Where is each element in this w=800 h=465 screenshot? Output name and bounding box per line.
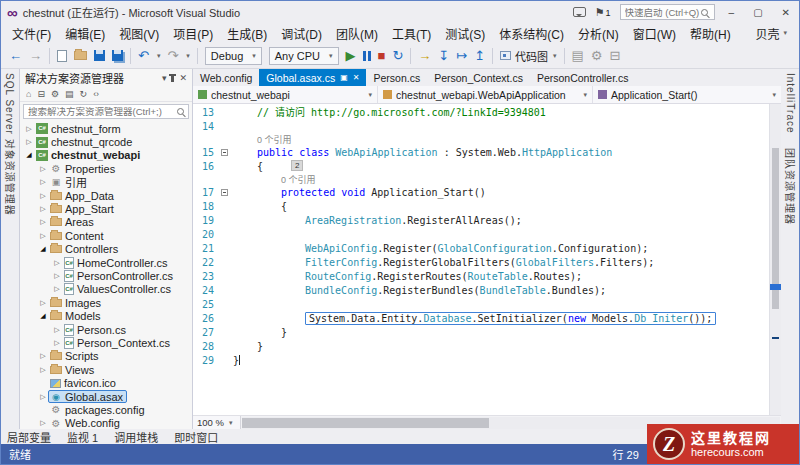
tree-item[interactable]: ▷⚙Properties (20, 162, 192, 175)
solution-config-select[interactable]: Debug▾ (205, 47, 262, 65)
expand-icon[interactable]: ▷ (52, 339, 62, 347)
code-editor[interactable]: 13// 请访问 http://go.microsoft.com/?LinkId… (193, 104, 769, 415)
save-icon[interactable] (94, 50, 105, 61)
expand-icon[interactable]: ▷ (24, 138, 34, 146)
account-name[interactable]: 贝壳 (755, 25, 779, 42)
menu-item[interactable]: 项目(P) (166, 25, 220, 42)
expand-icon[interactable]: ▷ (38, 232, 48, 240)
restart-button[interactable]: ↻ (392, 49, 403, 62)
tree-item[interactable]: ▷Content (20, 229, 192, 242)
show-all-files-icon[interactable]: ▤ (65, 89, 74, 99)
save-all-icon[interactable] (112, 50, 123, 61)
tree-item[interactable]: ▷C#PersonController.cs (20, 269, 192, 282)
tree-item[interactable]: ◢Controllers (20, 243, 192, 256)
close-button[interactable]: ✕ (777, 7, 795, 18)
toolbar-extra-icon[interactable]: ⊟ (610, 49, 621, 62)
tool-window-tab[interactable]: 局部变量 (7, 429, 51, 445)
dock-tab[interactable]: 团队资源管理器 (783, 148, 798, 225)
expand-icon[interactable]: ▷ (38, 178, 48, 186)
expand-icon[interactable]: ▷ (38, 393, 48, 401)
restore-button[interactable]: ▢ (748, 7, 767, 18)
minimize-button[interactable]: – (724, 7, 740, 18)
codelens-badge[interactable]: 2 (291, 160, 303, 171)
pause-button[interactable] (363, 51, 371, 61)
expand-icon[interactable]: ▷ (38, 419, 48, 427)
tree-item[interactable]: ▷App_Start (20, 202, 192, 215)
expand-icon[interactable]: ▷ (52, 326, 62, 334)
expand-icon[interactable]: ▷ (52, 285, 62, 293)
step-into-icon[interactable]: ↧ (438, 49, 449, 62)
menu-item[interactable]: 体系结构(C) (492, 25, 571, 42)
tree-item[interactable]: ◢Models (20, 309, 192, 322)
view-code-icon[interactable]: ‹› (93, 89, 99, 99)
expand-icon[interactable]: ▷ (38, 205, 48, 213)
member-dropdown[interactable]: Application_Start()▾ (593, 86, 781, 103)
collapse-icon[interactable]: ◢ (38, 312, 48, 320)
step-out-icon[interactable]: ↥ (474, 49, 485, 62)
toolbar-extra-icon[interactable]: ⚙ (591, 49, 603, 62)
collapse-icon[interactable]: ◢ (38, 245, 48, 253)
type-dropdown[interactable]: chestnut_webapi.WebApiApplication▾ (378, 86, 593, 103)
toolbar-extra-icon[interactable]: ▤ (572, 49, 584, 62)
tree-item[interactable]: ▷C#chestnut_form (20, 122, 192, 135)
tab-sql-server-object-explorer[interactable]: SQL Server 对象资源管理器 (3, 73, 18, 216)
undo-dropdown-icon[interactable]: ▾ (157, 52, 161, 60)
tree-item[interactable]: ▷Areas (20, 216, 192, 229)
menu-item[interactable]: 帮助(H) (683, 25, 738, 42)
editor-tab[interactable]: Person.cs (366, 69, 427, 86)
menu-item[interactable]: 调试(D) (274, 25, 329, 42)
solution-search-input[interactable] (28, 106, 177, 117)
menu-item[interactable]: 工具(T) (385, 25, 438, 42)
refresh-icon[interactable]: ↻ (80, 89, 88, 99)
tree-item[interactable]: ▷App_Data (20, 189, 192, 202)
code-map-button[interactable]: 代码图▾ (500, 48, 557, 64)
menu-item[interactable]: 文件(F) (5, 25, 58, 42)
tree-item[interactable]: ▷Scripts (20, 350, 192, 363)
step-over-icon[interactable]: ↦ (456, 49, 467, 62)
tree-item[interactable]: ▷◉Global.asax (20, 390, 192, 403)
expand-icon[interactable]: ▷ (38, 165, 48, 173)
fold-toggle[interactable] (219, 146, 231, 160)
editor-tab[interactable]: Web.config (193, 69, 259, 86)
pin-tab-icon[interactable]: ▣ (340, 73, 348, 82)
continue-button[interactable]: ▶ (346, 49, 356, 62)
menu-item[interactable]: 窗口(W) (626, 25, 683, 42)
tree-item[interactable]: ▷C#Person.cs (20, 323, 192, 336)
tree-item[interactable]: ▷C#Person_Context.cs (20, 336, 192, 349)
navigate-forward-icon[interactable]: → (29, 49, 42, 62)
expand-icon[interactable]: ▷ (24, 125, 34, 133)
collapse-region-icon[interactable] (221, 189, 228, 196)
feedback-icon[interactable] (573, 7, 586, 17)
close-tab-icon[interactable]: ✕ (353, 73, 360, 82)
tree-item[interactable]: ▷Views (20, 363, 192, 376)
menu-item[interactable]: 测试(S) (438, 25, 492, 42)
expand-icon[interactable]: ▷ (38, 352, 48, 360)
vertical-scrollbar[interactable] (769, 104, 781, 415)
menu-item[interactable]: 生成(B) (220, 25, 274, 42)
editor-tab[interactable]: PersonController.cs (530, 69, 636, 86)
tree-item[interactable]: ⚙packages.config (20, 403, 192, 416)
tree-item[interactable]: ▷C#ValuesController.cs (20, 283, 192, 296)
tree-item[interactable]: favicon.ico (20, 376, 192, 389)
redo-dropdown-icon[interactable]: ▾ (186, 52, 190, 60)
fold-toggle[interactable] (219, 186, 231, 200)
window-position-icon[interactable]: ▾ (162, 73, 167, 83)
editor-tab[interactable]: Global.asax.cs▣✕ (259, 69, 366, 86)
new-file-icon[interactable] (57, 50, 67, 62)
expand-icon[interactable]: ▷ (38, 299, 48, 307)
stop-button[interactable]: ■ (378, 49, 386, 62)
project-dropdown[interactable]: chestnut_webapi▾ (193, 86, 378, 103)
tree-item[interactable]: ▷⚙Web.config (20, 417, 192, 429)
open-file-icon[interactable] (74, 51, 87, 60)
menu-item[interactable]: 编辑(E) (58, 25, 112, 42)
expand-icon[interactable]: ▷ (38, 366, 48, 374)
expand-icon[interactable]: ▷ (38, 192, 48, 200)
tool-window-tab[interactable]: 即时窗口 (174, 429, 218, 445)
navigate-back-icon[interactable]: ← (9, 49, 22, 62)
home-icon[interactable]: ⌂ (26, 89, 31, 99)
pin-icon[interactable] (171, 74, 174, 82)
expand-icon[interactable]: ▷ (38, 218, 48, 226)
tree-item[interactable]: ▷▣引用 (20, 176, 192, 189)
show-next-statement-icon[interactable]: → (418, 49, 431, 62)
menu-item[interactable]: 视图(V) (112, 25, 166, 42)
